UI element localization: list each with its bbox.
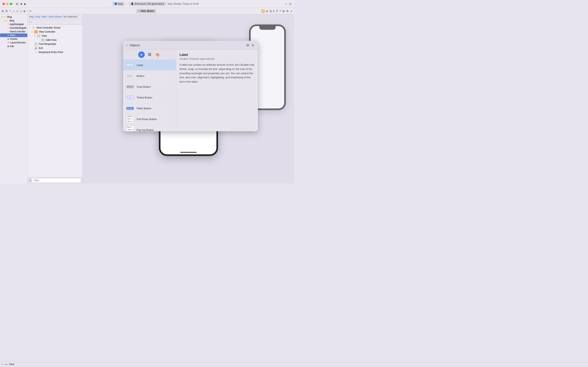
inspector-icon-7[interactable]: ⊞ xyxy=(282,9,285,13)
add-tab-icon[interactable]: ＋ xyxy=(285,2,287,6)
sidebar-item-assets[interactable]: ⊙ Assets xyxy=(0,37,27,41)
objects-back-icon[interactable]: ○ xyxy=(126,43,128,47)
close-button[interactable] xyxy=(2,3,5,5)
tools-icon-1[interactable]: ⚙ xyxy=(5,9,8,13)
obj-item-label[interactable]: Label Label xyxy=(123,60,176,71)
chevron-down-icon: ▾ xyxy=(2,16,3,18)
sidebar-assets-label: Assets xyxy=(10,38,17,40)
nav-viewcontroller[interactable]: ▾ C View Controller xyxy=(27,30,82,34)
run-icon[interactable]: ▶ xyxy=(24,2,26,6)
sep-1: › xyxy=(34,15,35,18)
breakpoint-icon[interactable]: ◇ xyxy=(20,9,22,13)
nav-scene-header[interactable]: ▾ □ View Controller Scene xyxy=(27,26,82,30)
inspector-icon-2[interactable]: ≣ xyxy=(266,9,268,13)
tinted-button-widget-icon: Button xyxy=(126,96,134,99)
obj-tinted-button-text: Tinted Button xyxy=(137,96,152,99)
exit-label: Exit xyxy=(39,47,43,50)
obj-filled-button-text: Filled Button xyxy=(137,107,151,110)
sidebar-item-scenedelegate[interactable]: S SceneDelegate xyxy=(0,26,27,30)
sidebar-item-blog-sub[interactable]: ▾ 📁 blog xyxy=(0,19,27,22)
inspector-icon-9[interactable]: ⊿ xyxy=(290,9,292,13)
nav-exit[interactable]: ▸ ⊠ Exit xyxy=(27,46,82,50)
breadcrumb-blog2[interactable]: blog xyxy=(35,15,40,18)
sidebar-item-appdelegate[interactable]: S AppDelegate xyxy=(0,22,27,26)
popup-widget-icon: Item 1• Item 1Item 2 xyxy=(126,126,134,131)
obj-item-gray-button[interactable]: Button Gray Button xyxy=(123,81,176,92)
entry-arrow-icon: → xyxy=(34,50,37,54)
layout-icon[interactable]: ⊡ xyxy=(289,2,292,6)
inspector-icon-5[interactable]: ⏱ xyxy=(276,9,278,13)
inspector-icon-1[interactable]: 🔁 xyxy=(261,9,265,13)
search-icon[interactable]: ⌕ xyxy=(13,9,15,13)
fullscreen-button[interactable] xyxy=(10,3,12,5)
stop-icon[interactable]: ■ xyxy=(20,2,22,6)
inspector-icon-4[interactable]: ℹ xyxy=(273,9,274,13)
scene-expand-arrow: ▾ xyxy=(29,27,31,29)
nav-forward-button[interactable]: › xyxy=(31,20,32,24)
pulldown-widget-icon: ButtonItem 1Item 2 xyxy=(126,115,134,123)
sidebar-root-label: blog xyxy=(7,16,12,18)
filter-tab-images[interactable]: 🖼 xyxy=(146,51,153,58)
sidebar-item-launchscreen[interactable]: ✕ LaunchScreen xyxy=(0,41,27,44)
breadcrumb-blog1[interactable]: blog xyxy=(29,15,34,18)
minimize-button[interactable] xyxy=(6,3,9,5)
list-view-button[interactable]: ≣ xyxy=(251,43,255,48)
filter-tab-objects[interactable]: ● xyxy=(138,51,145,58)
obj-gray-button-text: Gray Button xyxy=(137,85,151,88)
list-icon[interactable]: ≡ xyxy=(30,9,31,13)
navigator-panel: blog › blog › Main › Main (Base) › No Se… xyxy=(27,14,83,184)
breadcrumb-main-base[interactable]: Main (Base) xyxy=(49,15,62,18)
obj-item-tinted-button[interactable]: Button Tinted Button xyxy=(123,92,176,103)
active-file-tab[interactable]: ✕ Main (Base) xyxy=(136,9,156,13)
warning-icon[interactable]: ⚠ xyxy=(16,9,18,13)
main-layout: ▾ 📁 blog ▾ 📁 blog S AppDelegate S SceneD… xyxy=(0,14,294,184)
obj-icon-pulldown: ButtonItem 1Item 2 xyxy=(126,115,135,123)
active-tab-label: Main (Base) xyxy=(141,9,154,12)
branch-icon[interactable]: ⑂ xyxy=(27,9,28,13)
toggle-sidebar-icon[interactable]: ⊞ xyxy=(2,9,4,13)
sidebar-launch-label: LaunchScreen xyxy=(10,41,26,44)
swift-icon-1: S xyxy=(7,23,9,25)
filter-tab-custom[interactable]: 🎨 xyxy=(155,51,161,58)
nav-safearea[interactable]: ▸ ⊡ Safe Area xyxy=(27,38,82,42)
obj-item-popup[interactable]: Item 1• Item 1Item 2 Pop Up Button xyxy=(123,125,176,131)
nav-filter-input[interactable] xyxy=(32,178,81,183)
inspector-icon-6[interactable]: ? xyxy=(279,9,281,13)
obj-item-filled-button[interactable]: Button Filled Button xyxy=(123,103,176,114)
sidebar-toggle-button[interactable]: ⊞ xyxy=(15,2,19,6)
nav-tree: ▾ □ View Controller Scene ▾ C View Contr… xyxy=(27,25,82,177)
nav-view[interactable]: ▾ □ View xyxy=(27,34,82,38)
obj-item-button[interactable]: Button Button xyxy=(123,71,176,81)
folder-icon: 📁 xyxy=(3,16,6,18)
storyboard-icon-sb: ✕ xyxy=(7,34,9,37)
info-icon: ⊟ xyxy=(7,45,9,48)
breadcrumb-main[interactable]: Main xyxy=(42,15,47,18)
nav-first-responder[interactable]: ▸ R First Responder xyxy=(27,42,82,46)
blog-icon: 🔵 xyxy=(114,2,117,5)
tab-blog[interactable]: 🔵 blog xyxy=(112,2,125,6)
sidebar-item-info[interactable]: ⊟ Info xyxy=(0,44,27,48)
objects-popup: ○ Objects ⊞ ≣ ● 🖼 🎨 xyxy=(123,41,258,131)
inspector-icon-3[interactable]: ⊟ xyxy=(269,9,272,13)
sidebar-item-blog-root[interactable]: ▾ 📁 blog xyxy=(0,15,27,19)
launch-icon: ✕ xyxy=(7,42,9,44)
swift-icon-3: S xyxy=(7,30,9,33)
tab-device[interactable]: 📱 iPod touch (7th generation) xyxy=(129,2,166,6)
bookmark-icon[interactable]: ◈ xyxy=(23,9,26,13)
inspector-icon-8[interactable]: ⚙ xyxy=(286,9,289,13)
detail-subtitle: UILabel: Presents read-only text xyxy=(180,58,255,60)
tools-icon-2[interactable]: ⚐ xyxy=(9,9,12,13)
filter-icon-nav: ⊞ xyxy=(29,179,31,182)
obj-item-pulldown[interactable]: ButtonItem 1Item 2 Pull Down Button xyxy=(123,114,176,125)
nav-entry-point[interactable]: ▸ → Storyboard Entry Point xyxy=(27,50,82,54)
sidebar-item-main[interactable]: ✕ Main xyxy=(0,33,27,37)
sep-4: › xyxy=(62,15,63,18)
canvas-area[interactable]: No Selection ○ Objects ⊞ ≣ ● xyxy=(83,14,294,184)
title-center: 🔵 blog › 📱 iPod touch (7th generation) b… xyxy=(28,2,283,6)
nav-back-button[interactable]: ‹ xyxy=(29,20,30,24)
objects-content: ● 🖼 🎨 Label Label xyxy=(123,50,258,131)
device-icon: 📱 xyxy=(131,2,134,5)
obj-button-text: Button xyxy=(137,75,144,77)
sidebar-item-viewcontroller[interactable]: S ViewController xyxy=(0,30,27,33)
grid-view-button[interactable]: ⊞ xyxy=(246,43,250,48)
